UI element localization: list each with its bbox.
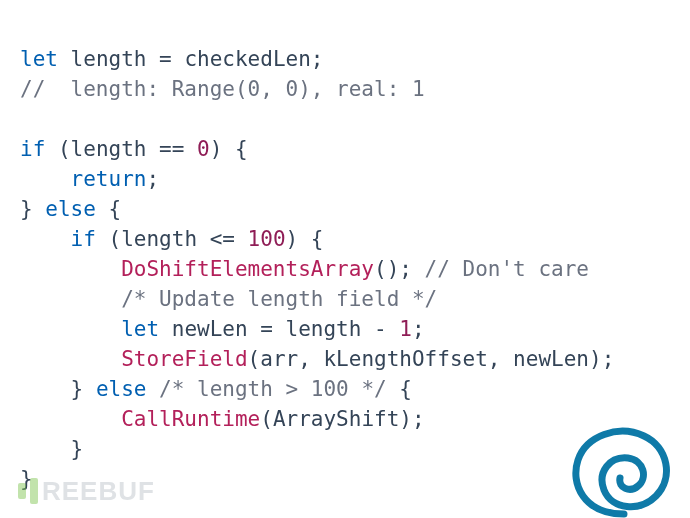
comment-dont-care: // Don't care xyxy=(425,257,589,281)
keyword-let: let xyxy=(20,47,58,71)
code-line-14: } xyxy=(20,437,83,461)
func-StoreField: StoreField xyxy=(121,347,247,371)
identifier-newLen: newLen xyxy=(159,317,248,341)
watermark-freebuf: REEBUF xyxy=(18,476,155,506)
code-block: let length = checkedLen; // length: Rang… xyxy=(20,14,614,494)
keyword-if: if xyxy=(20,137,45,161)
code-line-2: // length: Range(0, 0), real: 1 xyxy=(20,77,425,101)
comment-range: // length: Range(0, 0), real: 1 xyxy=(20,77,425,101)
bar-icon xyxy=(30,478,38,504)
identifier-length: length xyxy=(71,47,147,71)
keyword-let-inner: let xyxy=(121,317,159,341)
args-storefield: arr, kLengthOffset, newLen xyxy=(260,347,589,371)
code-line-13: CallRuntime(ArrayShift); xyxy=(20,407,425,431)
number-1: 1 xyxy=(399,317,412,341)
code-line-4: if (length == 0) { xyxy=(20,137,248,161)
code-line-9: /* Update length field */ xyxy=(20,287,437,311)
code-line-5: return; xyxy=(20,167,159,191)
keyword-else: else xyxy=(45,197,96,221)
code-line-1: let length = checkedLen; xyxy=(20,47,323,71)
code-line-7: if (length <= 100) { xyxy=(20,227,323,251)
code-line-11: StoreField(arr, kLengthOffset, newLen); xyxy=(20,347,614,371)
number-0: 0 xyxy=(197,137,210,161)
bar-icon xyxy=(18,483,26,499)
number-100: 100 xyxy=(248,227,286,251)
func-DoShiftElementsArray: DoShiftElementsArray xyxy=(121,257,374,281)
code-line-8: DoShiftElementsArray(); // Don't care xyxy=(20,257,589,281)
keyword-if-inner: if xyxy=(71,227,96,251)
comment-update-length: /* Update length field */ xyxy=(121,287,437,311)
keyword-else-inner: else xyxy=(96,377,147,401)
comment-length-gt-100: /* length > 100 */ xyxy=(146,377,399,401)
keyword-return: return xyxy=(71,167,147,191)
code-line-12: } else /* length > 100 */ { xyxy=(20,377,412,401)
identifier-checkedLen: checkedLen xyxy=(184,47,310,71)
swirl-logo-icon xyxy=(564,422,684,518)
arg-ArrayShift: ArrayShift xyxy=(273,407,399,431)
code-line-10: let newLen = length - 1; xyxy=(20,317,425,341)
watermark-bars-icon xyxy=(18,478,38,504)
code-line-6: } else { xyxy=(20,197,121,221)
func-CallRuntime: CallRuntime xyxy=(121,407,260,431)
watermark-text: REEBUF xyxy=(42,476,155,506)
